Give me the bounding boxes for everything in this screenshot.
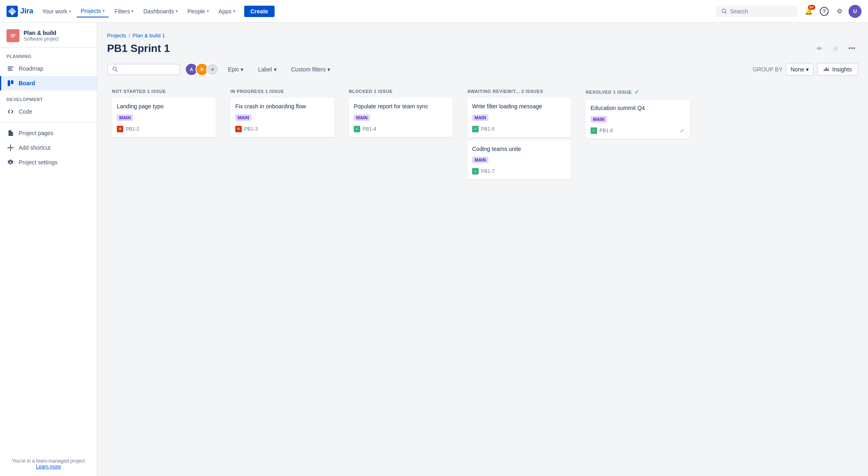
column-header-resolved: RESOLVED 1 ISSUE✓ (586, 89, 690, 95)
breadcrumb: Projects / Plan & build 1 (107, 32, 858, 39)
card-pb1-5[interactable]: Write filter loading messageMAIN✓PB1-5 (467, 98, 571, 137)
card-pb1-2[interactable]: Landing page typoMAIN✕PB1-2 (112, 98, 216, 137)
assignee-filter[interactable]: A B + (185, 63, 219, 76)
page-header: PB1 Sprint 1 ✏ ☆ ••• (107, 42, 858, 55)
add-shortcut-label: Add shortcut (19, 144, 51, 151)
card-tag: MAIN (235, 114, 251, 121)
planning-section-label: PLANNING (0, 47, 97, 61)
search-icon (721, 8, 728, 15)
star-button[interactable]: ☆ (829, 42, 842, 55)
column-header-in-progress: IN PROGRESS 1 ISSUE (230, 89, 334, 94)
jira-logo-text: Jira (20, 7, 33, 15)
project-settings-icon (6, 158, 15, 166)
story-icon: ✓ (472, 126, 479, 132)
group-by-select[interactable]: None ▾ (786, 63, 813, 76)
add-shortcut-icon (6, 144, 15, 152)
sidebar-item-board[interactable]: Board (0, 76, 97, 90)
create-button[interactable]: Create (244, 6, 275, 17)
more-button[interactable]: ••• (845, 42, 858, 55)
card-footer: ✓PB1-5 (472, 126, 566, 132)
card-title: Education summit Q4 (591, 104, 685, 112)
nav-projects[interactable]: Projects ▾ (77, 5, 109, 17)
pencil-icon: ✏ (817, 45, 822, 52)
your-work-chevron-icon: ▾ (69, 9, 71, 13)
learn-more-link[interactable]: Learn more (6, 464, 90, 470)
page-title: PB1 Sprint 1 (107, 42, 170, 55)
label-filter-button[interactable]: Label ▾ (252, 63, 282, 76)
issue-id: PB1-3 (244, 126, 258, 132)
project-pages-icon (6, 129, 15, 137)
settings-button[interactable]: ⚙ (833, 5, 846, 18)
svg-rect-3 (11, 80, 13, 84)
insights-button[interactable]: Insights (817, 63, 858, 76)
user-avatar[interactable]: U (849, 5, 862, 18)
top-navigation: Jira Your work ▾ Projects ▾ Filters ▾ Da… (0, 0, 868, 23)
breadcrumb-projects[interactable]: Projects (107, 32, 126, 39)
card-pb1-7[interactable]: Coding teams uniteMAIN✓PB1-7 (467, 140, 571, 180)
project-type: Software project (24, 36, 59, 42)
board-column-in-progress: IN PROGRESS 1 ISSUEFix crash in onboardi… (226, 84, 339, 145)
column-header-blocked: BLOCKED 1 ISSUE (349, 89, 453, 94)
issue-id: PB1-4 (363, 126, 376, 132)
projects-chevron-icon: ▾ (103, 9, 105, 13)
add-avatar-button[interactable]: + (206, 63, 219, 76)
search-input[interactable]: Search (716, 6, 797, 17)
jira-logo[interactable]: Jira (6, 6, 33, 17)
svg-rect-2 (8, 80, 10, 86)
help-icon: ? (820, 7, 829, 16)
breadcrumb-separator: / (129, 32, 130, 39)
group-by-chevron-icon: ▾ (806, 66, 809, 73)
nav-filters[interactable]: Filters ▾ (110, 6, 138, 17)
nav-dashboards[interactable]: Dashboards ▾ (139, 6, 182, 17)
notifications-button[interactable]: 🔔 9+ (802, 5, 815, 18)
epic-chevron-icon: ▾ (241, 66, 243, 73)
apps-chevron-icon: ▾ (233, 9, 235, 13)
sidebar-item-add-shortcut[interactable]: Add shortcut (0, 140, 97, 155)
card-pb1-4[interactable]: Populate report for team syncMAIN✓PB1-4 (349, 98, 453, 137)
epic-filter-button[interactable]: Epic ▾ (222, 63, 249, 76)
card-footer: ✓PB1-7 (472, 168, 566, 174)
card-title: Populate report for team sync (354, 103, 448, 111)
filter-bar: A B + Epic ▾ Label ▾ Custom filters ▾ GR… (107, 63, 858, 76)
card-tag: MAIN (354, 114, 370, 121)
nav-your-work[interactable]: Your work ▾ (38, 6, 75, 17)
nav-apps[interactable]: Apps ▾ (215, 6, 239, 17)
breadcrumb-project[interactable]: Plan & build 1 (133, 32, 165, 39)
custom-filters-chevron-icon: ▾ (327, 66, 330, 73)
notification-badge: 9+ (808, 5, 815, 10)
settings-icon: ⚙ (837, 7, 842, 15)
sidebar-item-code[interactable]: Code (0, 104, 97, 119)
development-section-label: DEVELOPMENT (0, 90, 97, 104)
project-icon (6, 29, 19, 42)
issue-id: PB1-5 (481, 126, 494, 132)
custom-filters-button[interactable]: Custom filters ▾ (286, 63, 336, 76)
sidebar-item-project-pages[interactable]: Project pages (0, 126, 97, 140)
nav-people[interactable]: People ▾ (183, 6, 213, 17)
sidebar-item-roadmap[interactable]: Roadmap (0, 61, 97, 76)
card-tag: MAIN (117, 114, 133, 121)
topnav-icons: 🔔 9+ ? ⚙ U (802, 5, 862, 18)
story-icon: ✓ (354, 126, 360, 132)
label-chevron-icon: ▾ (274, 66, 277, 73)
card-footer: ✕PB1-2 (117, 126, 211, 132)
filters-chevron-icon: ▾ (131, 9, 133, 13)
card-title: Coding teams unite (472, 145, 566, 153)
roadmap-icon (6, 65, 15, 73)
help-button[interactable]: ? (818, 5, 831, 18)
card-title: Write filter loading message (472, 103, 566, 111)
edit-button[interactable]: ✏ (813, 42, 826, 55)
group-by-label: GROUP BY (753, 66, 783, 73)
card-pb1-3[interactable]: Fix crash in onboarding flowMAIN✕PB1-3 (230, 98, 334, 137)
sidebar-divider (0, 122, 97, 123)
board-column-blocked: BLOCKED 1 ISSUEPopulate report for team … (344, 84, 458, 145)
card-tag: MAIN (472, 114, 488, 121)
card-footer: ✕PB1-3 (235, 126, 329, 132)
card-footer: ✓PB1-4 (354, 126, 448, 132)
board-icon (6, 79, 15, 87)
board-search-input[interactable] (107, 64, 180, 75)
card-pb1-6[interactable]: Education summit Q4MAIN✓PB1-6✓ (586, 99, 690, 139)
sidebar-item-project-settings[interactable]: Project settings (0, 155, 97, 170)
issue-id: PB1-6 (599, 128, 613, 134)
code-label: Code (19, 108, 32, 115)
sidebar-project: Plan & build Software project (0, 23, 97, 47)
